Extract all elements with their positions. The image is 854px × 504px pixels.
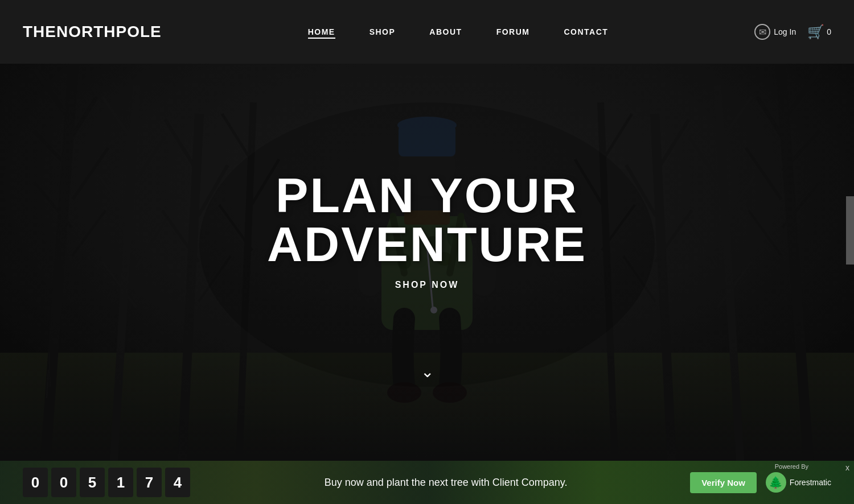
login-button[interactable]: ✉ Log In	[754, 24, 796, 40]
banner-promo-text: Buy now and plant the next tree with Cli…	[325, 477, 568, 489]
cart-count: 0	[827, 27, 831, 36]
user-icon: ✉	[754, 24, 770, 40]
shop-now-button[interactable]: SHOP NOW	[395, 280, 459, 290]
forestmatic-brand: 🌲 Forestmatic	[766, 472, 831, 493]
brand-logo[interactable]: THENORTHPOLE	[23, 23, 162, 41]
nav-link-shop[interactable]: SHOP	[369, 27, 396, 36]
scroll-indicator	[846, 196, 854, 265]
hero-title: PLAN YOUR ADVENTURE	[214, 171, 640, 268]
nav-item-contact[interactable]: CONTACT	[564, 27, 608, 37]
verify-button[interactable]: Verify Now	[690, 472, 757, 493]
digit-5: 7	[137, 468, 162, 497]
banner-right: Verify Now 🌲 Forestmatic	[690, 472, 831, 493]
nav-link-contact[interactable]: CONTACT	[564, 27, 608, 36]
digit-6: 4	[165, 468, 190, 497]
powered-by-text: Powered By	[775, 463, 808, 470]
cart-bag-icon: 🛒	[807, 24, 824, 40]
scroll-down-button[interactable]: ⌄	[421, 362, 434, 381]
navbar-right: ✉ Log In 🛒 0	[754, 24, 831, 40]
nav-item-home[interactable]: HOME	[308, 27, 335, 37]
forestmatic-icon: 🌲	[766, 472, 786, 493]
navbar: THENORTHPOLE HOME SHOP ABOUT FORUM CONTA…	[0, 0, 854, 64]
forestmatic-label: Forestmatic	[790, 478, 831, 487]
promo-banner: 0 0 5 1 7 4 Buy now and plant the next t…	[0, 461, 854, 504]
digit-2: 0	[51, 468, 76, 497]
counter-display: 0 0 5 1 7 4	[23, 468, 190, 497]
cart-button[interactable]: 🛒 0	[807, 24, 831, 40]
digit-1: 0	[23, 468, 48, 497]
nav-link-home[interactable]: HOME	[308, 27, 335, 39]
nav-item-shop[interactable]: SHOP	[369, 27, 396, 37]
brand-name-suffix: NORTHPOLE	[56, 23, 162, 40]
digit-4: 1	[108, 468, 133, 497]
nav-links: HOME SHOP ABOUT FORUM CONTACT	[308, 27, 609, 37]
nav-link-about[interactable]: ABOUT	[429, 27, 462, 36]
nav-link-forum[interactable]: FORUM	[496, 27, 530, 36]
brand-name-prefix: THE	[23, 23, 56, 40]
nav-item-about[interactable]: ABOUT	[429, 27, 462, 37]
digit-3: 5	[80, 468, 105, 497]
login-label: Log In	[774, 27, 796, 36]
nav-item-forum[interactable]: FORUM	[496, 27, 530, 37]
banner-close-button[interactable]: x	[845, 463, 849, 472]
